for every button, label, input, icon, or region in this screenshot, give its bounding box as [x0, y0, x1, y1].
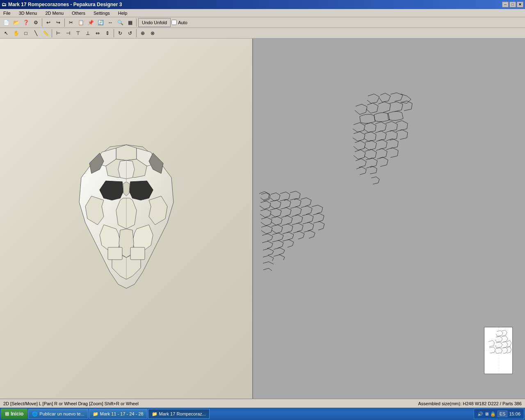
- toolbar-1: 📄 📂 ❓ ⚙ ↩ ↪ ✂ 📋 📌 🔄 ↔ 🔍 ▦ Undo Unfold Au…: [0, 17, 525, 28]
- sep-2: [64, 18, 65, 27]
- app-title: Mark 17 Rompecorazones - Pepakura Design…: [8, 2, 122, 7]
- rotate-cw-btn[interactable]: ↻: [116, 29, 125, 38]
- undo-button[interactable]: ↩: [44, 18, 53, 27]
- language-badge: ES: [498, 411, 508, 417]
- rotate-ccw-btn[interactable]: ↺: [126, 29, 135, 38]
- taskbar: ⊞ Inicio 🌐 Publicar un nuevo te... 📁 Mar…: [0, 408, 525, 420]
- status-left: 2D [Select/Move] L [Pan] R or Wheel Drag…: [3, 401, 139, 406]
- zoom-button[interactable]: 🔍: [116, 18, 125, 27]
- paste-button[interactable]: 📌: [86, 18, 95, 27]
- grid-button[interactable]: ▦: [126, 18, 135, 27]
- undo-unfold-button[interactable]: Undo Unfold: [138, 18, 171, 27]
- taskbar-item-icon-0: 🌐: [32, 411, 38, 417]
- minimize-button[interactable]: ─: [502, 2, 509, 7]
- measure-btn[interactable]: 📏: [41, 29, 50, 38]
- unfold-group-1: [310, 92, 425, 191]
- taskbar-item-2[interactable]: 📁 Mark 17 Rompecoraz...: [148, 409, 210, 419]
- sep-1: [42, 18, 42, 27]
- menu-others[interactable]: Others: [70, 10, 87, 16]
- start-button[interactable]: ⊞ Inicio: [1, 409, 27, 419]
- close-button[interactable]: ✕: [517, 2, 523, 7]
- auto-checkbox-group: Auto: [171, 20, 187, 25]
- menu-settings[interactable]: Settings: [92, 10, 112, 16]
- helmet-wireframe: [65, 137, 188, 301]
- menu-file[interactable]: File: [2, 10, 12, 16]
- svg-rect-20: [108, 247, 122, 260]
- svg-rect-27: [484, 327, 513, 374]
- title-bar-left: 🗂 Mark 17 Rompecorazones - Pepakura Desi…: [2, 2, 122, 7]
- 3d-view[interactable]: [0, 39, 253, 399]
- auto-checkbox[interactable]: [171, 20, 177, 25]
- maximize-button[interactable]: □: [509, 2, 516, 7]
- title-bar: 🗂 Mark 17 Rompecorazones - Pepakura Desi…: [0, 0, 525, 9]
- help-button[interactable]: ❓: [21, 18, 30, 27]
- align-center-btn[interactable]: ⊣: [64, 29, 73, 38]
- status-bar: 2D [Select/Move] L [Pan] R or Wheel Drag…: [0, 399, 525, 408]
- svg-marker-2: [116, 145, 137, 160]
- rotate-button[interactable]: 🔄: [96, 18, 105, 27]
- unfold-group-2: [257, 190, 434, 298]
- toolbar-2: ↖ ✋ □ ╲ 📏 ⊢ ⊣ ⊤ ⊥ ⇔ ⇕ ↻ ↺ ⊕ ⊗: [0, 28, 525, 39]
- menu-3d[interactable]: 3D Menu: [17, 10, 39, 16]
- sep-4: [52, 29, 52, 37]
- menu-help[interactable]: Help: [116, 10, 129, 16]
- svg-rect-21: [130, 247, 145, 260]
- select-btn[interactable]: ↖: [2, 29, 11, 38]
- align-left-btn[interactable]: ⊢: [54, 29, 63, 38]
- menu-bar: File 3D Menu 2D Menu Others Settings Hel…: [0, 9, 525, 17]
- copy-button[interactable]: 📋: [76, 18, 85, 27]
- box-btn[interactable]: □: [21, 29, 30, 38]
- sep-3: [136, 18, 137, 27]
- windows-icon: ⊞: [5, 411, 9, 417]
- distribute-h-btn[interactable]: ⇔: [93, 29, 102, 38]
- snap2-btn[interactable]: ⊗: [148, 29, 157, 38]
- redo-button[interactable]: ↪: [54, 18, 63, 27]
- sep-5: [114, 29, 114, 37]
- taskbar-item-label-0: Publicar un nuevo te...: [39, 411, 84, 416]
- auto-label: Auto: [178, 20, 187, 25]
- start-label: Inicio: [11, 411, 23, 417]
- main-area: [0, 39, 525, 399]
- align-top-btn[interactable]: ⊤: [73, 29, 82, 38]
- taskbar-item-1[interactable]: 📁 Mark 11 - 17 - 24 - 28: [89, 409, 147, 419]
- status-right: Assembled size(mm): H248 W182 D222 / Par…: [418, 401, 522, 406]
- line-btn[interactable]: ╲: [31, 29, 40, 38]
- sep-6: [136, 29, 137, 37]
- settings-button[interactable]: ⚙: [31, 18, 40, 27]
- title-bar-controls[interactable]: ─ □ ✕: [502, 2, 523, 7]
- taskbar-item-icon-2: 📁: [152, 411, 158, 417]
- menu-2d[interactable]: 2D Menu: [43, 10, 65, 16]
- paper-thumbnail: [484, 327, 513, 374]
- unfold-svg-1: [310, 92, 425, 190]
- svg-marker-12: [123, 182, 130, 196]
- flip-button[interactable]: ↔: [106, 18, 115, 27]
- thumbnail-svg: [484, 327, 513, 374]
- align-bottom-btn[interactable]: ⊥: [83, 29, 92, 38]
- taskbar-item-label-1: Mark 11 - 17 - 24 - 28: [100, 411, 144, 416]
- snap-btn[interactable]: ⊕: [138, 29, 147, 38]
- new-button[interactable]: 📄: [2, 18, 11, 27]
- 2d-view[interactable]: [253, 39, 525, 399]
- pan-btn[interactable]: ✋: [11, 29, 21, 38]
- taskbar-item-0[interactable]: 🌐 Publicar un nuevo te...: [28, 409, 88, 419]
- unfold-svg-2: [257, 190, 434, 297]
- cut-button[interactable]: ✂: [66, 18, 75, 27]
- distribute-v-btn[interactable]: ⇕: [103, 29, 112, 38]
- open-button[interactable]: 📂: [11, 18, 21, 27]
- system-tray: 🔊 🖥 🔒 ES 15:06: [474, 409, 524, 419]
- clock: 15:06: [509, 411, 520, 416]
- tray-icons: 🔊 🖥 🔒: [477, 411, 496, 417]
- taskbar-item-icon-1: 📁: [93, 411, 98, 417]
- taskbar-item-label-2: Mark 17 Rompecoraz...: [159, 411, 206, 416]
- app-icon: 🗂: [2, 2, 7, 7]
